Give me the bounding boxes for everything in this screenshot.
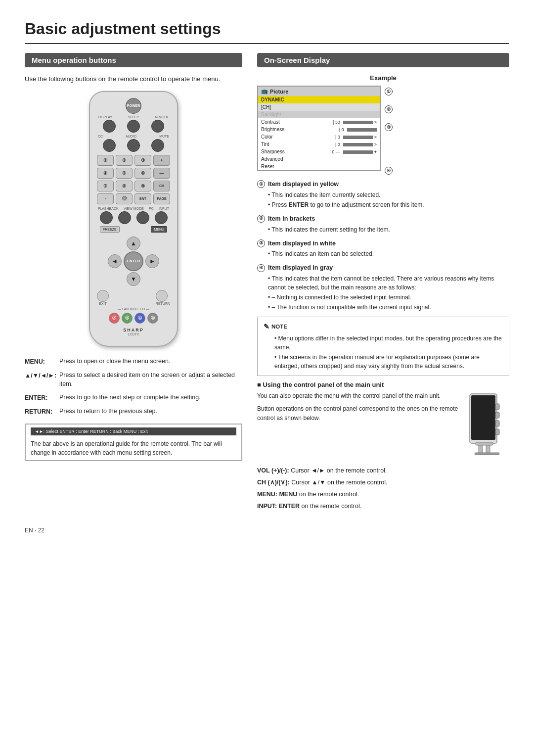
return-button[interactable] — [156, 290, 168, 302]
callout-circle-1: ① — [385, 88, 393, 95]
callout-circle-4: ④ — [385, 167, 393, 175]
num-5-button[interactable]: ⑤ — [116, 168, 133, 179]
note-title: ✎ NOTE — [264, 321, 503, 332]
num-7-button[interactable]: ⑦ — [97, 181, 114, 191]
power-button[interactable]: POWER — [126, 98, 141, 114]
osd-title-icon: 📺 — [261, 88, 268, 94]
nav-down-button[interactable]: ▼ — [127, 272, 140, 286]
num-2-button[interactable]: ② — [116, 155, 133, 166]
svg-rect-4 — [495, 421, 499, 426]
svg-rect-5 — [495, 429, 499, 435]
svg-rect-2 — [495, 404, 499, 410]
callout-circle-3: ③ — [385, 123, 393, 131]
aimode-button[interactable] — [151, 120, 164, 133]
flashback-button[interactable] — [100, 211, 113, 224]
ch-button[interactable]: CH — [153, 181, 170, 191]
display-label: DISPLAY — [98, 115, 112, 119]
osd-brightness-value: | 0 — [339, 127, 377, 132]
ent-button[interactable]: ENT — [134, 193, 151, 204]
osd-screen: 📺 Picture DYNAMIC [CH] Bac — [257, 86, 381, 171]
using-panel-section: ■ Using the control panel of the main un… — [257, 381, 509, 512]
osd-backlight-label: Backlight — [261, 112, 281, 117]
annotations-list: ① Item displayed in yellow This indicate… — [257, 180, 509, 312]
ann-3-circle: ③ — [257, 239, 265, 247]
fav-d-button[interactable]: Ⓓ — [147, 313, 158, 324]
osd-yellow-row: DYNAMIC — [258, 96, 380, 103]
mute-label: MUTE — [159, 135, 169, 138]
ann-2-bullets: This indicates the current setting for t… — [268, 225, 509, 234]
ann-2-label: Item in brackets — [268, 214, 315, 224]
nav-up-button[interactable]: ▲ — [127, 236, 140, 250]
num-8-button[interactable]: ⑧ — [116, 181, 133, 191]
fav-a-button[interactable]: Ⓐ — [109, 313, 120, 324]
annotation-2: ② Item in brackets This indicates the cu… — [257, 214, 509, 234]
osd-sharpness-value: | 0 — + — [329, 149, 377, 154]
vol-plus-button[interactable]: + — [153, 155, 170, 166]
dot-button[interactable]: · — [97, 193, 114, 204]
exit-label: EXIT — [97, 302, 109, 305]
sleep-button[interactable] — [127, 120, 140, 133]
pc-button[interactable] — [136, 211, 149, 224]
page-button[interactable]: PAGE — [153, 193, 170, 204]
brightness-bar — [347, 128, 377, 132]
menu-button[interactable]: MENU — [151, 226, 167, 233]
ann-2-bullet-1: This indicates the current setting for t… — [268, 225, 509, 234]
flashback-label: FLASHBACK — [98, 207, 119, 210]
osd-title-row: 📺 Picture — [258, 87, 380, 96]
favorite-ch-row: Ⓐ Ⓑ Ⓒ Ⓓ — [97, 313, 170, 324]
num-9-button[interactable]: ⑨ — [134, 181, 151, 191]
note-box: ✎ NOTE Menu options differ in the select… — [257, 317, 509, 376]
nav-left-button[interactable]: ◄ — [108, 254, 122, 268]
osd-reset-row: Reset — [258, 163, 380, 170]
ann-3-label: Item displayed in white — [268, 239, 336, 248]
return-desc-row: RETURN: Press to return to the previous … — [25, 407, 242, 417]
osd-tint-row: Tint | 0 > — [258, 141, 380, 148]
audio-button[interactable] — [127, 139, 140, 152]
num-3-button[interactable]: ③ — [134, 155, 151, 166]
page-title: Basic adjustment settings — [25, 20, 509, 44]
osd-dynamic-text: DYNAMIC — [261, 97, 284, 102]
nav-cluster: ▲ ◄ ENTER ► ▼ — [97, 236, 170, 287]
viewmode-button[interactable] — [118, 211, 131, 224]
page-number: EN · 22 — [25, 527, 509, 534]
osd-brightness-row: Brightness | 0 — [258, 126, 380, 133]
audio-label: AUDIO — [126, 135, 136, 138]
mute-button[interactable] — [151, 139, 164, 152]
svg-rect-3 — [495, 412, 499, 418]
tv-side-image — [465, 391, 509, 457]
note-bullet-2: The screens in the operation manual are … — [274, 353, 503, 371]
exit-button[interactable] — [97, 290, 109, 302]
svg-rect-6 — [476, 442, 493, 445]
display-button[interactable] — [103, 120, 116, 133]
osd-color-value: | 0 > — [335, 135, 377, 140]
fav-b-button[interactable]: Ⓑ — [122, 313, 133, 324]
fav-c-button[interactable]: Ⓒ — [134, 313, 145, 324]
viewmode-label: VIEW MODE — [124, 207, 144, 210]
osd-callouts: ① ② ③ ④ — [385, 86, 393, 175]
input-button[interactable] — [155, 211, 168, 224]
number-grid: ① ② ③ + ④ ⑤ ⑥ — ⑦ ⑧ ⑨ CH · ⓪ ENT PAGE — [97, 155, 170, 204]
num-6-button[interactable]: ⑥ — [134, 168, 151, 179]
callout-3: ③ — [385, 123, 393, 131]
nav-right-button[interactable]: ► — [145, 254, 159, 268]
input-label: INPUT — [159, 207, 169, 210]
osd-advanced-label: Advanced — [261, 156, 283, 162]
annotation-3: ③ Item displayed in white This indicates… — [257, 239, 509, 259]
using-panel-content: You can also operate the menu with the c… — [257, 391, 509, 462]
num-1-button[interactable]: ① — [97, 155, 114, 166]
remote-wrapper: POWER DISPLAY SLEEP AI MODE CC AUDIO MUT… — [25, 91, 242, 347]
osd-color-label: Color — [261, 134, 273, 140]
num-0-button[interactable]: ⓪ — [116, 193, 133, 204]
remote-model: LCDTV — [97, 332, 170, 336]
callout-circle-2: ② — [385, 105, 393, 113]
num-4-button[interactable]: ④ — [97, 168, 114, 179]
osd-bracket-row: [CH] — [258, 103, 380, 111]
ann-1-circle: ① — [257, 180, 265, 188]
vol-minus-button[interactable]: — — [153, 168, 170, 179]
enter-button[interactable]: ENTER — [124, 251, 143, 271]
contrast-bar — [343, 121, 373, 124]
enter-desc-row: ENTER: Press to go to the next step or c… — [25, 393, 242, 403]
freeze-button[interactable]: FREEZE — [100, 226, 120, 233]
right-column: On-Screen Display Example 📺 Picture DYNA… — [257, 53, 509, 512]
cc-button[interactable] — [103, 139, 116, 152]
